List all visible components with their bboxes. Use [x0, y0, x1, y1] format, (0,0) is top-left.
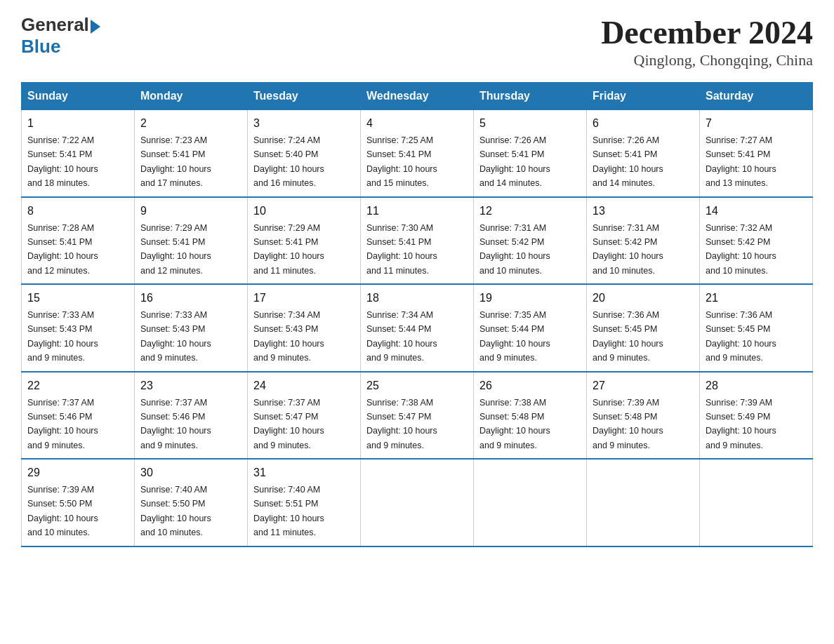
day-number: 8 — [27, 203, 128, 220]
calendar-cell: 27 Sunrise: 7:39 AMSunset: 5:48 PMDaylig… — [587, 372, 700, 459]
calendar-cell: 7 Sunrise: 7:27 AMSunset: 5:41 PMDayligh… — [700, 110, 813, 197]
day-info: Sunrise: 7:34 AMSunset: 5:44 PMDaylight:… — [366, 310, 437, 363]
header: General Blue December 2024 Qinglong, Cho… — [21, 14, 813, 69]
day-number: 17 — [253, 290, 355, 307]
day-number: 29 — [27, 464, 128, 481]
calendar-header-row: Sunday Monday Tuesday Wednesday Thursday… — [22, 83, 813, 110]
day-info: Sunrise: 7:27 AMSunset: 5:41 PMDaylight:… — [706, 135, 776, 188]
calendar-cell: 6 Sunrise: 7:26 AMSunset: 5:41 PMDayligh… — [587, 110, 700, 197]
calendar-cell: 1 Sunrise: 7:22 AMSunset: 5:41 PMDayligh… — [22, 110, 135, 197]
calendar-cell: 28 Sunrise: 7:39 AMSunset: 5:49 PMDaylig… — [700, 372, 813, 459]
calendar-cell: 11 Sunrise: 7:30 AMSunset: 5:41 PMDaylig… — [361, 197, 474, 285]
day-info: Sunrise: 7:39 AMSunset: 5:50 PMDaylight:… — [27, 485, 98, 537]
day-number: 24 — [253, 377, 355, 394]
day-info: Sunrise: 7:39 AMSunset: 5:49 PMDaylight:… — [706, 398, 776, 450]
col-monday: Monday — [135, 83, 248, 110]
calendar-week-row: 15 Sunrise: 7:33 AMSunset: 5:43 PMDaylig… — [22, 284, 813, 372]
day-info: Sunrise: 7:37 AMSunset: 5:46 PMDaylight:… — [27, 398, 98, 450]
calendar-cell: 14 Sunrise: 7:32 AMSunset: 5:42 PMDaylig… — [700, 197, 813, 285]
day-number: 13 — [593, 203, 694, 220]
calendar-cell: 12 Sunrise: 7:31 AMSunset: 5:42 PMDaylig… — [474, 197, 587, 285]
day-number: 28 — [706, 377, 807, 394]
day-number: 20 — [593, 290, 694, 307]
calendar-cell: 21 Sunrise: 7:36 AMSunset: 5:45 PMDaylig… — [700, 284, 813, 372]
day-number: 21 — [706, 290, 807, 307]
calendar-cell: 30 Sunrise: 7:40 AMSunset: 5:50 PMDaylig… — [135, 459, 248, 546]
day-info: Sunrise: 7:39 AMSunset: 5:48 PMDaylight:… — [593, 398, 663, 450]
day-info: Sunrise: 7:40 AMSunset: 5:50 PMDaylight:… — [140, 485, 211, 537]
day-info: Sunrise: 7:29 AMSunset: 5:41 PMDaylight:… — [140, 223, 211, 276]
day-number: 30 — [140, 464, 241, 481]
calendar-cell: 15 Sunrise: 7:33 AMSunset: 5:43 PMDaylig… — [22, 284, 135, 372]
calendar-week-row: 29 Sunrise: 7:39 AMSunset: 5:50 PMDaylig… — [22, 459, 813, 546]
day-number: 12 — [479, 203, 581, 220]
calendar-table: Sunday Monday Tuesday Wednesday Thursday… — [21, 82, 813, 547]
day-number: 3 — [253, 115, 355, 132]
day-info: Sunrise: 7:35 AMSunset: 5:44 PMDaylight:… — [479, 310, 550, 363]
col-sunday: Sunday — [22, 83, 135, 110]
day-number: 11 — [366, 203, 468, 220]
location-subtitle: Qinglong, Chongqing, China — [601, 51, 813, 69]
calendar-cell: 10 Sunrise: 7:29 AMSunset: 5:41 PMDaylig… — [248, 197, 361, 285]
day-info: Sunrise: 7:26 AMSunset: 5:41 PMDaylight:… — [479, 135, 550, 188]
day-number: 31 — [253, 464, 355, 481]
day-info: Sunrise: 7:34 AMSunset: 5:43 PMDaylight:… — [253, 310, 324, 363]
day-number: 26 — [479, 377, 581, 394]
day-number: 15 — [27, 290, 128, 307]
calendar-week-row: 1 Sunrise: 7:22 AMSunset: 5:41 PMDayligh… — [22, 110, 813, 197]
day-info: Sunrise: 7:24 AMSunset: 5:40 PMDaylight:… — [253, 135, 324, 188]
day-info: Sunrise: 7:33 AMSunset: 5:43 PMDaylight:… — [27, 310, 98, 363]
calendar-cell: 9 Sunrise: 7:29 AMSunset: 5:41 PMDayligh… — [135, 197, 248, 285]
day-info: Sunrise: 7:36 AMSunset: 5:45 PMDaylight:… — [593, 310, 663, 363]
calendar-cell: 16 Sunrise: 7:33 AMSunset: 5:43 PMDaylig… — [135, 284, 248, 372]
day-info: Sunrise: 7:29 AMSunset: 5:41 PMDaylight:… — [253, 223, 324, 276]
day-number: 14 — [706, 203, 807, 220]
day-info: Sunrise: 7:31 AMSunset: 5:42 PMDaylight:… — [593, 223, 663, 276]
month-year-title: December 2024 — [601, 14, 813, 51]
day-info: Sunrise: 7:28 AMSunset: 5:41 PMDaylight:… — [27, 223, 98, 276]
day-info: Sunrise: 7:30 AMSunset: 5:41 PMDaylight:… — [366, 223, 437, 276]
calendar-cell: 18 Sunrise: 7:34 AMSunset: 5:44 PMDaylig… — [361, 284, 474, 372]
day-number: 4 — [366, 115, 468, 132]
day-number: 18 — [366, 290, 468, 307]
day-info: Sunrise: 7:37 AMSunset: 5:46 PMDaylight:… — [140, 398, 211, 450]
day-number: 2 — [140, 115, 241, 132]
col-tuesday: Tuesday — [248, 83, 361, 110]
day-info: Sunrise: 7:31 AMSunset: 5:42 PMDaylight:… — [479, 223, 550, 276]
day-number: 25 — [366, 377, 468, 394]
col-saturday: Saturday — [700, 83, 813, 110]
day-number: 22 — [27, 377, 128, 394]
calendar-cell: 8 Sunrise: 7:28 AMSunset: 5:41 PMDayligh… — [22, 197, 135, 285]
calendar-cell: 19 Sunrise: 7:35 AMSunset: 5:44 PMDaylig… — [474, 284, 587, 372]
calendar-cell: 4 Sunrise: 7:25 AMSunset: 5:41 PMDayligh… — [361, 110, 474, 197]
calendar-cell: 20 Sunrise: 7:36 AMSunset: 5:45 PMDaylig… — [587, 284, 700, 372]
day-info: Sunrise: 7:23 AMSunset: 5:41 PMDaylight:… — [140, 135, 211, 188]
calendar-cell: 5 Sunrise: 7:26 AMSunset: 5:41 PMDayligh… — [474, 110, 587, 197]
day-info: Sunrise: 7:25 AMSunset: 5:41 PMDaylight:… — [366, 135, 437, 188]
logo-arrow-icon — [91, 20, 100, 34]
day-number: 10 — [253, 203, 355, 220]
day-number: 7 — [706, 115, 807, 132]
day-number: 27 — [593, 377, 694, 394]
logo: General Blue — [21, 14, 100, 58]
calendar-cell: 31 Sunrise: 7:40 AMSunset: 5:51 PMDaylig… — [248, 459, 361, 546]
day-info: Sunrise: 7:38 AMSunset: 5:47 PMDaylight:… — [366, 398, 437, 450]
day-info: Sunrise: 7:26 AMSunset: 5:41 PMDaylight:… — [593, 135, 663, 188]
calendar-cell: 22 Sunrise: 7:37 AMSunset: 5:46 PMDaylig… — [22, 372, 135, 459]
day-info: Sunrise: 7:33 AMSunset: 5:43 PMDaylight:… — [140, 310, 211, 363]
day-number: 23 — [140, 377, 241, 394]
calendar-cell — [474, 459, 587, 546]
calendar-cell: 26 Sunrise: 7:38 AMSunset: 5:48 PMDaylig… — [474, 372, 587, 459]
title-area: December 2024 Qinglong, Chongqing, China — [601, 14, 813, 69]
day-number: 5 — [479, 115, 581, 132]
logo-blue: Blue — [21, 36, 60, 57]
day-number: 16 — [140, 290, 241, 307]
calendar-cell — [361, 459, 474, 546]
logo-general: General — [21, 14, 89, 36]
calendar-cell: 2 Sunrise: 7:23 AMSunset: 5:41 PMDayligh… — [135, 110, 248, 197]
calendar-week-row: 8 Sunrise: 7:28 AMSunset: 5:41 PMDayligh… — [22, 197, 813, 285]
day-info: Sunrise: 7:32 AMSunset: 5:42 PMDaylight:… — [706, 223, 776, 276]
calendar-cell: 24 Sunrise: 7:37 AMSunset: 5:47 PMDaylig… — [248, 372, 361, 459]
day-number: 1 — [27, 115, 128, 132]
day-info: Sunrise: 7:37 AMSunset: 5:47 PMDaylight:… — [253, 398, 324, 450]
